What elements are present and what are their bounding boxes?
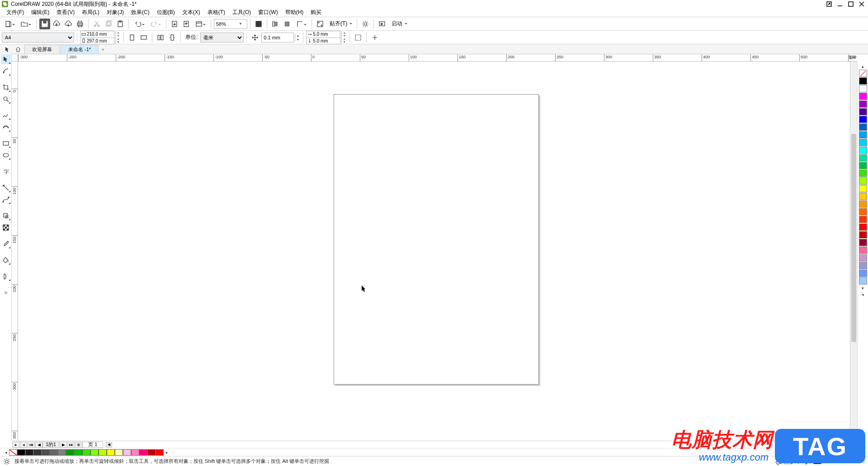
shape-tool[interactable] [1, 66, 11, 76]
menu-effects[interactable]: 效果(C) [127, 8, 153, 17]
color-swatch[interactable] [33, 449, 42, 456]
copy-button[interactable] [103, 19, 114, 29]
minimize-button[interactable] [835, 0, 844, 8]
color-swatch[interactable] [859, 131, 867, 138]
drawing-area[interactable] [18, 62, 850, 441]
drop-shadow-tool[interactable] [1, 211, 11, 221]
color-swatch[interactable] [859, 77, 867, 85]
color-swatch[interactable] [859, 239, 867, 246]
color-swatch[interactable] [859, 100, 867, 108]
color-swatch[interactable] [42, 449, 50, 456]
color-swatch[interactable] [107, 449, 115, 456]
color-swatch[interactable] [859, 223, 867, 231]
menu-text[interactable]: 文本(X) [179, 8, 204, 17]
ellipse-tool[interactable] [1, 150, 11, 160]
page-size-select[interactable]: A4 [2, 33, 74, 43]
color-swatch[interactable] [859, 208, 867, 215]
tab-document[interactable]: 未命名 -1* [61, 45, 99, 54]
snap-menu[interactable]: 贴齐(T) [326, 19, 354, 29]
color-swatch[interactable] [17, 449, 25, 456]
color-swatch[interactable] [859, 85, 867, 92]
new-button[interactable] [2, 19, 17, 29]
menu-view[interactable]: 查看(V) [53, 8, 78, 17]
color-swatch[interactable] [859, 177, 867, 185]
publish-button[interactable] [193, 19, 208, 29]
color-swatch[interactable] [859, 185, 867, 192]
add-preset-button[interactable] [369, 32, 380, 43]
cut-button[interactable] [91, 19, 102, 29]
color-swatch[interactable] [859, 124, 867, 131]
color-swatch[interactable] [25, 449, 33, 456]
nav-prev-arrow-icon[interactable]: ▸ [12, 442, 19, 448]
align-distribute-button[interactable] [270, 19, 281, 29]
ruler-origin[interactable] [12, 54, 18, 62]
color-swatch[interactable] [859, 247, 867, 254]
vertical-scrollbar[interactable] [850, 62, 857, 441]
color-swatch[interactable] [859, 254, 867, 262]
dup-y-input[interactable] [313, 38, 339, 43]
menu-buy[interactable]: 购买 [307, 8, 325, 17]
current-page-button[interactable] [167, 32, 178, 43]
color-swatch[interactable] [58, 449, 66, 456]
treat-as-filled-button[interactable] [353, 32, 363, 43]
home-tab-icon[interactable] [13, 45, 24, 54]
color-swatch[interactable] [123, 449, 131, 456]
zoom-field[interactable]: ▼ [214, 19, 247, 29]
color-swatch[interactable] [859, 277, 867, 285]
portrait-button[interactable] [127, 32, 137, 43]
color-swatch[interactable] [859, 193, 867, 200]
color-swatch[interactable] [859, 70, 867, 77]
launch-icon[interactable] [377, 19, 387, 29]
color-swatch[interactable] [139, 449, 147, 456]
cloud-up-button[interactable] [51, 19, 62, 29]
grid-button[interactable] [282, 19, 292, 29]
options-button[interactable] [360, 19, 371, 29]
save-button[interactable] [39, 19, 50, 29]
export-button[interactable] [181, 19, 192, 29]
page-first-button[interactable]: ⏮ [28, 442, 35, 448]
horizontal-ruler[interactable]: 毫米 -300-250-200-150-100-5005010015020025… [18, 54, 857, 62]
color-swatch[interactable] [859, 108, 867, 115]
transparency-tool[interactable] [1, 223, 11, 233]
color-swatch[interactable] [82, 449, 90, 456]
status-gear-icon[interactable] [3, 457, 11, 466]
color-swatch[interactable] [859, 216, 867, 223]
add-tool-button[interactable] [1, 288, 11, 298]
palette-expand-arrow[interactable]: ◂ [859, 291, 867, 298]
color-swatch[interactable] [859, 162, 867, 169]
page-prev-button[interactable]: ◀ [35, 442, 42, 448]
vscroll-thumb[interactable] [851, 134, 856, 342]
maximize-button[interactable] [846, 0, 855, 8]
all-pages-button[interactable] [155, 32, 166, 43]
color-swatch[interactable] [859, 200, 867, 208]
menu-window[interactable]: 窗口(W) [255, 8, 281, 17]
tab-welcome[interactable]: 欢迎屏幕 [24, 45, 60, 54]
color-swatch[interactable] [859, 93, 867, 100]
redo-button[interactable] [148, 19, 163, 29]
nudge-spinner[interactable]: ▲▼ [295, 33, 300, 42]
page-width-input[interactable] [87, 32, 113, 37]
nudge-field[interactable] [261, 33, 294, 43]
rectangle-tool[interactable] [1, 138, 11, 148]
connector-tool[interactable] [1, 195, 11, 204]
palette-down-arrow[interactable]: ▾ [859, 285, 867, 291]
zoom-tool[interactable] [1, 94, 11, 104]
color-swatch[interactable] [90, 449, 99, 456]
menu-table[interactable]: 表格(T) [204, 8, 229, 17]
color-swatch[interactable] [859, 147, 867, 154]
page-tab-1[interactable]: 页 1 [82, 442, 103, 448]
menu-help[interactable]: 帮助(H) [282, 8, 307, 17]
fill-tool[interactable] [1, 255, 11, 265]
color-swatch[interactable] [859, 154, 867, 162]
color-swatch[interactable] [74, 449, 82, 456]
zoom-input[interactable] [216, 21, 239, 27]
cloud-down-button[interactable] [63, 19, 74, 29]
paste-button[interactable] [115, 19, 126, 29]
nudge-input[interactable] [264, 35, 286, 40]
nav-drilldown-icon[interactable]: ◂ [20, 442, 27, 448]
menu-tools[interactable]: 工具(O) [229, 8, 255, 17]
dup-spinner[interactable]: ▲▼▲▼ [341, 31, 347, 44]
print-button[interactable] [75, 19, 85, 29]
menu-layout[interactable]: 布局(L) [78, 8, 103, 17]
color-swatch[interactable] [859, 170, 867, 177]
